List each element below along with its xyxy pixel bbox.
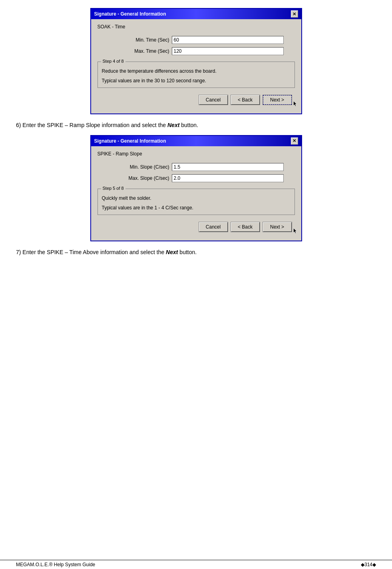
instruction2-suffix: button. xyxy=(178,249,197,255)
dialog2-field-row-2: Max. Slope (C/sec) xyxy=(98,174,295,182)
instruction2: 7) Enter the SPIKE – Time Above informat… xyxy=(16,249,376,257)
dialog2-title: Signature - General Information xyxy=(94,138,166,144)
dialog1-section-title: SOAK - Time xyxy=(98,24,295,30)
instruction2-prefix: 7) Enter the SPIKE – Time Above informat… xyxy=(16,249,166,255)
dialog1-title: Signature - General Information xyxy=(94,11,166,17)
dialog2-titlebar: Signature - General Information ✕ xyxy=(91,136,301,146)
dialog2-field-label-1: Min. Slope (C/sec) xyxy=(113,164,169,170)
dialog1-field-label-1: Min. Time (Sec) xyxy=(113,37,169,43)
page-footer: MEGAM.O.L.E.® Help System Guide ◆314◆ xyxy=(0,560,392,569)
dialog2-max-slope-input[interactable] xyxy=(172,174,284,182)
dialog2-field-row-1: Min. Slope (C/sec) xyxy=(98,163,295,171)
dialog1-step-line2: Typical values are in the 30 to 120 seco… xyxy=(102,77,291,84)
dialog2-min-slope-input[interactable] xyxy=(172,163,284,171)
cursor-icon-1 xyxy=(293,101,297,107)
dialog1-cancel-button[interactable]: Cancel xyxy=(199,95,228,105)
dialog1-close-button[interactable]: ✕ xyxy=(291,10,298,18)
dialog2-section-title: SPIKE - Ramp Slope xyxy=(98,151,295,157)
dialog1-field-label-2: Max. Time (Sec) xyxy=(113,48,169,54)
dialog2-field-label-2: Max. Slope (C/sec) xyxy=(113,175,169,181)
dialog2-body: SPIKE - Ramp Slope Min. Slope (C/sec) Ma… xyxy=(91,146,301,241)
dialog1-titlebar: Signature - General Information ✕ xyxy=(91,9,301,19)
instruction2-bold: Next xyxy=(166,249,178,255)
footer-right: ◆314◆ xyxy=(361,562,376,567)
dialog1-window: Signature - General Information ✕ SOAK -… xyxy=(90,8,302,114)
dialog1-step-legend: Step 4 of 8 xyxy=(101,59,125,64)
dialog1-max-time-input[interactable] xyxy=(172,47,284,55)
dialog2-step-line1: Quickly melt the solder. xyxy=(102,195,291,202)
dialog2-footer: Cancel < Back Next > xyxy=(98,220,295,236)
instruction1-prefix: 6) Enter the SPIKE – Ramp Slope informat… xyxy=(16,122,167,128)
dialog2-next-button[interactable]: Next > xyxy=(263,222,292,232)
dialog1-body: SOAK - Time Min. Time (Sec) Max. Time (S… xyxy=(91,19,301,113)
instruction1: 6) Enter the SPIKE – Ramp Slope informat… xyxy=(16,121,376,129)
dialog2-step-line2: Typical values are in the 1 - 4 C/Sec ra… xyxy=(102,204,291,211)
footer-left: MEGAM.O.L.E.® Help System Guide xyxy=(16,562,95,567)
page-content: Signature - General Information ✕ SOAK -… xyxy=(0,0,392,278)
dialog2-step-legend: Step 5 of 8 xyxy=(101,186,125,191)
dialog2-window: Signature - General Information ✕ SPIKE … xyxy=(90,135,302,241)
dialog1-step-box: Step 4 of 8 Reduce the temperature diffe… xyxy=(98,62,295,88)
dialog1-footer: Cancel < Back Next > xyxy=(98,93,295,109)
dialog1-next-button[interactable]: Next > xyxy=(263,95,292,105)
dialog1-field-row-2: Max. Time (Sec) xyxy=(98,47,295,55)
dialog1-step-line1: Reduce the temperature differences acros… xyxy=(102,68,291,75)
dialog1-back-button[interactable]: < Back xyxy=(231,95,260,105)
cursor-icon-2 xyxy=(293,228,297,234)
dialog2-back-button[interactable]: < Back xyxy=(231,222,260,232)
dialog1-field-row-1: Min. Time (Sec) xyxy=(98,36,295,44)
instruction1-bold: Next xyxy=(167,122,179,128)
instruction1-suffix: button. xyxy=(179,122,198,128)
dialog2-step-box: Step 5 of 8 Quickly melt the solder. Typ… xyxy=(98,189,295,215)
dialog2-close-button[interactable]: ✕ xyxy=(291,137,298,145)
dialog1-min-time-input[interactable] xyxy=(172,36,284,44)
dialog2-cancel-button[interactable]: Cancel xyxy=(199,222,228,232)
